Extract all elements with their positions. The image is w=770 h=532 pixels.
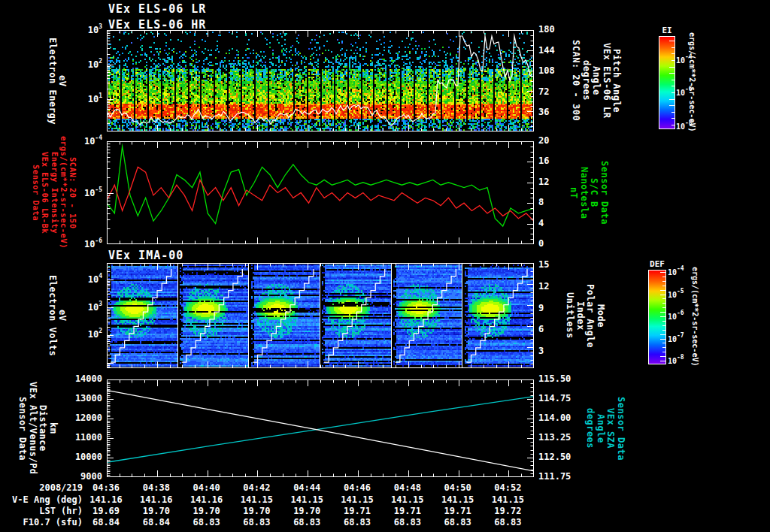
panel3-right-axis-label-line: Unitless [565, 292, 574, 339]
colorbar-tick-mark [671, 92, 675, 93]
panel4-right-axis-label-line: Angle [596, 414, 605, 443]
panel2-right-axis-label: nTNanoteslaS/C BSensor Data [565, 141, 613, 244]
colorbar-tick-mark [662, 277, 665, 277]
panel3-left-tick: 104 [33, 274, 102, 285]
panel1-right-tick: 36 [538, 107, 549, 117]
panel4-left-tick: 10000 [33, 452, 102, 462]
panel2-right-axis-label-line: nT [568, 187, 578, 198]
ei-colorbar: EI [659, 36, 675, 129]
table-cell: 141.16 [140, 494, 172, 505]
panel3-right-tick: 3 [538, 346, 544, 356]
table-cell: 68.83 [394, 517, 421, 527]
def-colorbar-label: DEF [649, 259, 665, 269]
panel4-right-axis-label-line: degrees [585, 408, 595, 449]
def-colorbar-units-text: ergs/(cm**2-sr-sec-eV) [690, 267, 699, 366]
ei-colorbar-tick: 10-4 [676, 54, 693, 64]
def-colorbar-units: ergs/(cm**2-sr-sec-eV) [690, 265, 699, 367]
panel2-right-tick: 16 [538, 156, 549, 167]
panel2-right-tick: 4 [538, 218, 544, 228]
colorbar-tick-mark [671, 53, 675, 54]
panel4-left-axis-label-line: Sensor Data [17, 397, 27, 461]
orbit-canvas [107, 379, 534, 477]
ima-spectrogram-canvas [107, 263, 534, 368]
table-cell: 68.84 [92, 517, 120, 527]
colorbar-tick-mark [671, 80, 675, 80]
table-cell: 141.15 [441, 494, 474, 505]
panel1-left-axis-label: Electron EnergyeV [41, 30, 74, 131]
panel2-left-tick: 10-6 [33, 238, 102, 249]
panel1-right-axis-label: SCAN: 20 - 300degreesAngleVEx ELS-06 LRP… [562, 30, 630, 131]
panel3-right-tick: 6 [538, 324, 544, 334]
panel4-left-tick: 14000 [33, 373, 102, 384]
row-label-f107: F10.7 (sfu) [0, 517, 83, 527]
table-cell: 68.83 [293, 517, 320, 527]
table-cell: 68.83 [344, 517, 371, 527]
colorbar-tick-mark [662, 303, 665, 304]
time-tick-label: 04:40 [193, 482, 220, 493]
table-cell: 19.70 [193, 506, 220, 516]
table-cell: 68.84 [143, 517, 170, 527]
colorbar-tick-mark [662, 281, 665, 282]
panel1-right-axis-label-line: Pitch Angle [612, 49, 622, 113]
panel4-right-tick: 114.75 [538, 393, 571, 404]
row-label-lst: LST (hr) [0, 506, 83, 516]
colorbar-tick-mark [671, 125, 675, 125]
panel1-right-axis-label-line: SCAN: 20 - 300 [571, 40, 581, 121]
colorbar-tick-mark [662, 347, 665, 348]
time-tick-label: 04:50 [444, 482, 471, 493]
table-cell: 68.83 [243, 517, 270, 527]
colorbar-tick-mark [669, 73, 675, 74]
panel3-right-axis-label-line: Mode [596, 304, 605, 328]
table-cell: 19.71 [444, 506, 471, 516]
table-cell: 141.15 [341, 494, 373, 505]
table-cell: 68.83 [193, 517, 220, 527]
panel2-right-axis-label-line: S/C B [590, 178, 599, 207]
colorbar-tick-mark [662, 352, 665, 352]
table-cell: 68.83 [494, 517, 521, 527]
table-cell: 141.15 [241, 494, 273, 505]
def-colorbar: DEF [648, 270, 666, 364]
time-tick-label: 04:42 [243, 482, 270, 493]
def-colorbar-tick: 10-5 [668, 289, 684, 298]
panel3-right-axis-label: UnitlessIndexPolar AngleMode [561, 263, 609, 368]
panel1-left-tick: 101 [33, 92, 102, 104]
def-colorbar-tick: 10-4 [668, 266, 684, 276]
table-cell: 19.69 [92, 506, 120, 516]
panel1-right-tick: 108 [538, 65, 555, 76]
colorbar-tick-mark [669, 41, 675, 41]
row-label-ve-ang: V-E Ang (deg) [0, 494, 83, 505]
table-cell: 19.72 [494, 506, 521, 516]
ei-colorbar-units: ergs/(cm**2-sr-sec-eV) [687, 32, 696, 132]
table-cell: 141.15 [291, 494, 323, 505]
panel4-right-tick: 114.00 [538, 413, 571, 423]
table-cell: 141.16 [89, 494, 122, 505]
panel3-right-tick: 15 [538, 259, 549, 270]
colorbar-tick-mark [662, 307, 665, 308]
ei-colorbar-tick: 10-8 [676, 120, 693, 130]
ei-colorbar-units-text: ergs/(cm**2-sr-sec-eV) [687, 32, 696, 131]
panel4-left-tick: 13000 [33, 393, 102, 404]
table-cell: 19.71 [344, 506, 371, 516]
colorbar-tick-mark [660, 290, 665, 291]
table-cell: 141.16 [190, 494, 223, 505]
table-cell: 141.15 [391, 494, 423, 505]
colorbar-tick-mark [662, 325, 665, 326]
colorbar-tick-mark [662, 330, 665, 331]
vex-multi-panel-plot: VEx ELS-06 LR VEx ELS-06 HR VEx IMA-00 E… [0, 0, 770, 532]
ei-colorbar-tick: 10-6 [676, 86, 693, 96]
panel1-left-axis-label-line: eV [58, 75, 68, 86]
colorbar-tick-mark [671, 118, 675, 119]
date-label: 2008/219 [0, 482, 83, 493]
panel1-left-tick: 102 [33, 59, 102, 70]
colorbar-tick-mark [669, 99, 675, 100]
def-colorbar-tick: 10-8 [668, 355, 684, 364]
colorbar-tick-mark [662, 343, 665, 343]
panel3-left-tick: 102 [33, 328, 102, 340]
time-tick-label: 04:36 [92, 482, 120, 493]
intensity-bfield-canvas [107, 141, 534, 244]
panel2-right-axis-label-line: Sensor Data [599, 161, 609, 225]
panel3-title: VEx IMA-00 [108, 249, 183, 262]
time-tick-label: 04:48 [394, 482, 421, 493]
panel4-left-tick: 9000 [33, 471, 102, 482]
panel4-right-tick: 112.50 [538, 452, 571, 462]
